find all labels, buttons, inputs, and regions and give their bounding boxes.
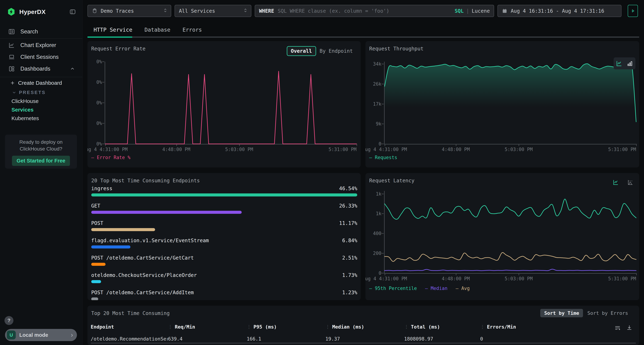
sidebar-item-label: Client Sessions <box>20 54 59 60</box>
y-axis-tick: 1k <box>376 211 382 216</box>
endpoint-row[interactable]: oteldemo.CheckoutService/PlaceOrder1.73% <box>91 272 357 289</box>
download-icon[interactable] <box>626 324 633 331</box>
endpoint-label: ingress <box>91 186 112 191</box>
horizontal-scrollbar[interactable] <box>91 343 636 344</box>
sidebar-item-label: Dashboards <box>20 66 50 72</box>
chart-explorer-icon <box>8 42 15 49</box>
column-header[interactable]: ⋮Median (ms) <box>326 323 404 331</box>
get-started-button[interactable]: Get Started for Free <box>12 156 70 166</box>
endpoint-row[interactable]: ingress46.54% <box>91 185 357 202</box>
line-chart-icon[interactable] <box>612 179 619 186</box>
column-settings-icon[interactable] <box>614 324 621 331</box>
sort-by-errors-button[interactable]: Sort by Errors <box>584 309 631 317</box>
throughput-chart[interactable]: 09k17k26k34kAug 4 4:31:00 PM4:48:00 PM5:… <box>384 62 636 144</box>
preset-label: Kubernetes <box>12 115 39 121</box>
table-cell: /oteldemo.RecommendationServ <box>91 331 168 342</box>
histogram-icon[interactable] <box>627 179 634 186</box>
collapse-sidebar-icon[interactable] <box>69 8 76 15</box>
latency-chart[interactable]: 02004001k1kAug 4 4:31:00 PM4:48:00 PM5:0… <box>384 191 636 274</box>
laptop-icon <box>8 54 15 60</box>
tab-bar: HTTP Service Database Errors <box>88 23 639 36</box>
source-select[interactable]: Demo Traces <box>88 5 171 17</box>
endpoint-row[interactable]: POST /oteldemo.CartService/AddItem1.23% <box>91 289 357 300</box>
legend-median[interactable]: — Median <box>425 286 448 291</box>
tab-http-service[interactable]: HTTP Service <box>88 27 138 33</box>
endpoint-row[interactable]: POST11.17% <box>91 220 357 237</box>
overall-toggle-button[interactable]: Overall <box>287 46 316 56</box>
endpoint-label: POST /oteldemo.CartService/AddItem <box>91 290 194 296</box>
column-header[interactable]: Endpoint <box>91 323 168 331</box>
panel-request-throughput: Request Throughput 09k17k26k34kAug 4 4:3… <box>366 41 639 167</box>
tab-database[interactable]: Database <box>138 27 176 33</box>
drag-handle-icon[interactable]: ⋮ <box>326 324 330 330</box>
drag-handle-icon[interactable]: ⋮ <box>168 324 173 330</box>
endpoint-bar <box>91 298 357 300</box>
lucene-mode-toggle[interactable]: Lucene <box>472 8 490 14</box>
x-axis-tick-mark <box>518 273 519 275</box>
endpoint-row[interactable]: POST /oteldemo.CartService/GetCart2.51% <box>91 254 357 272</box>
panel-title: Top 20 Most Time Consuming <box>91 310 170 316</box>
column-header[interactable]: ⋮P95 (ms) <box>247 323 326 331</box>
promo-text: Ready to deploy on <box>5 139 77 145</box>
help-button[interactable]: ? <box>4 316 14 325</box>
service-select[interactable]: All Services <box>174 5 251 17</box>
database-icon <box>92 8 98 14</box>
local-mode-button[interactable]: U Local mode › <box>5 329 77 341</box>
endpoint-percent: 2.51% <box>342 255 357 261</box>
column-header[interactable]: ⋮Req/Min <box>168 323 247 331</box>
sidebar-item-dashboards[interactable]: Dashboards <box>0 63 82 75</box>
column-header-label: Req/Min <box>175 324 195 330</box>
chevron-up-icon[interactable] <box>70 66 75 71</box>
sidebar-item-clickhouse[interactable]: ClickHouse <box>0 97 82 105</box>
chart-legend: — 95th Percentile— Median— Avg <box>369 286 470 291</box>
by-endpoint-toggle-button[interactable]: By Endpoint <box>320 48 353 54</box>
tab-errors[interactable]: Errors <box>176 27 208 33</box>
y-axis-tick: 26k <box>373 81 382 87</box>
x-axis-tick: 4:48:00 PM <box>442 276 470 281</box>
legend-95th-percentile[interactable]: — 95th Percentile <box>369 286 417 291</box>
endpoint-label: flagd.evaluation.v1.Service/EventStream <box>91 238 209 244</box>
legend-error-rate-[interactable]: — Error Rate % <box>91 155 130 160</box>
x-axis-tick: 5:03:00 PM <box>505 276 533 281</box>
sort-by-time-button[interactable]: Sort by Time <box>540 309 583 317</box>
sidebar-item-chart-explorer[interactable]: Chart Explorer <box>0 39 82 51</box>
y-axis-tick: 0% <box>96 100 102 105</box>
column-header[interactable]: ⋮Total (ms) <box>404 323 480 331</box>
y-axis-tick: 0% <box>96 121 102 126</box>
table-header-row: Endpoint⋮Req/Min⋮P95 (ms)⋮Median (ms)⋮To… <box>91 323 620 331</box>
endpoint-row[interactable]: GET26.33% <box>91 202 357 220</box>
chart-legend: — Error Rate % <box>91 155 130 160</box>
drag-handle-icon[interactable]: ⋮ <box>247 324 251 330</box>
run-query-button[interactable] <box>628 5 638 17</box>
legend-requests[interactable]: — Requests <box>369 155 397 160</box>
x-axis-tick: Aug 4 4:31:00 PM <box>88 147 128 152</box>
table-row[interactable]: /oteldemo.RecommendationServ639.4166.119… <box>91 331 620 342</box>
sidebar-item-kubernetes[interactable]: Kubernetes <box>0 114 82 123</box>
sidebar-item-services[interactable]: Services <box>0 105 82 114</box>
error-rate-chart[interactable]: 0%0%0%0%0%Aug 4 4:31:00 PM4:48:00 PM5:03… <box>105 62 356 144</box>
x-axis-tick: 5:31:00 PM <box>608 147 636 152</box>
legend-avg[interactable]: — Avg <box>456 286 470 291</box>
bar-chart-icon[interactable] <box>626 60 634 67</box>
endpoint-row[interactable]: flagd.evaluation.v1.Service/EventStream6… <box>91 237 357 254</box>
line-chart-icon[interactable] <box>616 60 623 67</box>
where-input[interactable] <box>277 8 454 14</box>
sidebar-item-search[interactable]: Search <box>0 25 82 38</box>
drag-handle-icon[interactable]: ⋮ <box>404 324 409 330</box>
sql-mode-toggle[interactable]: SQL <box>454 8 464 14</box>
column-header[interactable]: ⋮Errors/Min <box>480 323 620 331</box>
column-header-label: Median (ms) <box>332 324 364 330</box>
y-axis-tick: 400 <box>373 231 382 236</box>
y-axis-tick: 9k <box>376 121 382 127</box>
y-axis-tick-mark <box>102 144 104 144</box>
date-range-picker[interactable]: Aug 4 16:31:16 - Aug 4 17:31:16 <box>498 5 622 17</box>
y-axis-tick-mark <box>382 273 384 274</box>
create-dashboard-button[interactable]: Create Dashboard <box>0 78 82 88</box>
preset-label: ClickHouse <box>12 98 39 104</box>
panel-top-20-table: Top 20 Most Time Consuming Sort by Time … <box>88 306 639 345</box>
x-axis-tick-mark <box>356 144 357 146</box>
drag-handle-icon[interactable]: ⋮ <box>480 324 485 330</box>
sidebar-item-client-sessions[interactable]: Client Sessions <box>0 51 82 63</box>
panel-request-error-rate: Request Error Rate Overall By Endpoint 0… <box>88 41 361 167</box>
presets-toggle[interactable]: PRESETS <box>0 88 82 96</box>
